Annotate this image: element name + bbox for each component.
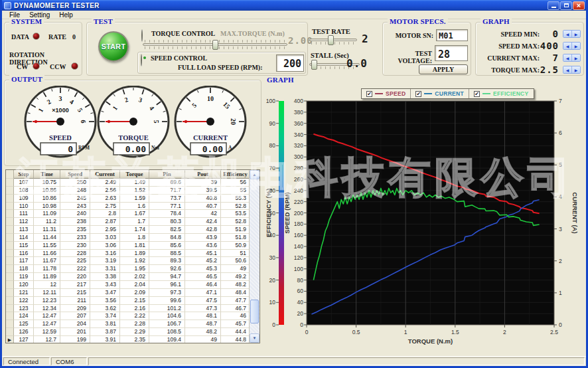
row-selector[interactable] [6,328,14,336]
motor-sn-input[interactable]: M01 [436,29,468,41]
row-selector[interactable] [6,265,14,273]
scroll-down-button[interactable]: ▼ [250,333,259,343]
motor-specs-panel: MOTOR SPECS. MOTOR SN: M01 TEST VOLTAGE:… [382,22,471,76]
row-selector[interactable] [6,312,14,320]
speed-min-spinner[interactable]: ◀▶ [563,30,581,38]
full-load-speed-input[interactable]: 200 [276,54,304,72]
cell: 11.89 [34,273,60,281]
speed-min-label: SPEED MIN: [476,31,540,38]
column-header-pout[interactable]: Pout [185,170,221,179]
row-selector[interactable] [6,273,14,281]
row-selector[interactable] [6,242,14,250]
row-selector[interactable] [6,187,14,195]
column-header-speed[interactable]: Speed [60,170,90,179]
spinner-left-icon[interactable]: ◀ [563,66,572,73]
table-row[interactable]: 12412.472073.742.22104.648.146 [6,312,249,320]
row-selector[interactable] [6,203,14,211]
table-row[interactable]: 11010.982432.751.677.140.752.8 [6,203,249,211]
table-row[interactable]: 10910.862452.631.5973.740.855.3 [6,195,249,203]
row-selector[interactable] [6,179,14,187]
svg-text:1: 1 [559,290,562,296]
checkbox-icon[interactable]: ✔ [415,91,421,97]
table-row[interactable]: 120122173.432.0496.146.448.2 [6,281,249,289]
max-torque-slider[interactable] [143,39,287,50]
close-button[interactable]: × [573,1,585,10]
row-selector[interactable] [6,250,14,258]
row-selector[interactable] [6,195,14,203]
test-voltage-label: TEST VOLTAGE: [383,50,432,64]
test-rate-slider[interactable] [309,39,357,45]
cell: 2.04 [120,281,149,289]
slider-thumb[interactable] [328,35,334,45]
speed-gauge: 123456×1000SPEED0RPM [22,86,99,163]
cell: 118 [14,265,34,273]
table-row[interactable]: 11911.892203.382.0294.746.549.2 [6,273,249,281]
legend-line-sample [482,93,490,94]
table-row[interactable]: 12512.472043.812.28106.748.745.7 [6,320,249,328]
row-selector[interactable] [6,226,14,234]
spinner-right-icon[interactable]: ▶ [572,31,580,37]
slider-track[interactable] [309,39,357,41]
table-row[interactable]: 11811.782223.311.9592.645.349 [6,265,249,273]
cell: 99.6 [149,297,185,305]
restore-button[interactable] [560,1,572,10]
cell: 39 [185,179,221,187]
table-row[interactable]: 11511.552303.061.8185.643.650.9 [6,242,249,250]
spinner-left-icon[interactable]: ◀ [563,31,572,37]
table-row[interactable]: 11111.092402.81.6778.44253.5 [6,210,249,218]
title-bar[interactable]: DYNAMOMETER TESTER × [2,0,586,11]
table-row[interactable]: 12612.592013.872.29108.548.244.4 [6,328,249,336]
column-header-efficiency[interactable]: Efficiency [221,170,249,179]
data-table[interactable]: StepTimeSpeedCurrentTorquePinPoutEfficie… [5,169,260,343]
spinner-right-icon[interactable]: ▶ [572,66,580,73]
spinner-left-icon[interactable]: ◀ [563,43,572,49]
torque-max-spinner[interactable]: ◀▶ [563,66,581,74]
spinner-right-icon[interactable]: ▶ [572,54,580,61]
row-selector[interactable] [6,210,14,218]
table-row[interactable]: 12212.232113.562.1599.647.547.7 [6,297,249,305]
table-row[interactable]: ▶12712.71993.912.35109.44944.8 [6,336,249,343]
table-row[interactable]: 11311.312352.951.7482.542.851.9 [6,226,249,234]
column-header-step[interactable]: Step [14,170,34,179]
scrollbar-track[interactable] [250,179,259,333]
row-selector[interactable] [6,281,14,289]
speed-max-spinner[interactable]: ◀▶ [563,42,581,50]
scroll-up-button[interactable]: ▲ [250,170,259,179]
table-row[interactable]: 12312.342093.622.16101.247.346.7 [6,305,249,313]
table-row[interactable]: 11611.662283.161.8988.545.151 [6,250,249,258]
row-selector[interactable] [6,289,14,297]
row-selector[interactable] [6,257,14,265]
minimize-button[interactable] [548,1,559,10]
row-selector[interactable] [6,234,14,242]
table-row[interactable]: 11411.442333.031.884.843.951.8 [6,234,249,242]
table-row[interactable]: 11211.22382.871.780.342.452.8 [6,218,249,226]
apply-button[interactable]: APPLY [419,64,468,74]
column-header-pin[interactable]: Pin [149,170,185,179]
row-selector[interactable] [6,297,14,305]
table-row[interactable]: 11711.672253.191.9289.345.250.6 [6,257,249,265]
checkbox-icon[interactable]: ✔ [366,91,372,97]
column-header-time[interactable]: Time [34,170,60,179]
table-row[interactable]: 12112.112153.472.0997.347.148.4 [6,289,249,297]
scrollbar-thumb[interactable] [250,300,259,323]
column-header-torque[interactable]: Torque [120,170,149,179]
menu-help[interactable]: Help [54,11,78,19]
slider-thumb[interactable] [311,60,317,70]
column-header-current[interactable]: Current [90,170,120,179]
row-selector[interactable]: ▶ [6,336,14,343]
spinner-right-icon[interactable]: ▶ [572,43,580,49]
current-max-spinner[interactable]: ◀▶ [563,54,581,62]
spinner-left-icon[interactable]: ◀ [563,54,572,61]
table-row[interactable]: 10810.862482.561.5271.739.555 [6,187,249,195]
slider-thumb[interactable] [212,40,218,50]
row-selector[interactable] [6,305,14,313]
test-voltage-input[interactable]: 28 [435,45,468,61]
row-selector[interactable] [6,320,14,328]
slider-track[interactable] [143,43,287,46]
start-button[interactable]: START [98,31,129,62]
table-row[interactable]: 10710.752502.491.4969.63956 [6,179,249,187]
row-selector[interactable] [6,218,14,226]
speed-control-radio[interactable] [141,54,142,66]
checkbox-icon[interactable]: ✔ [474,91,480,97]
table-scrollbar[interactable]: ▲ ▼ [249,170,259,343]
